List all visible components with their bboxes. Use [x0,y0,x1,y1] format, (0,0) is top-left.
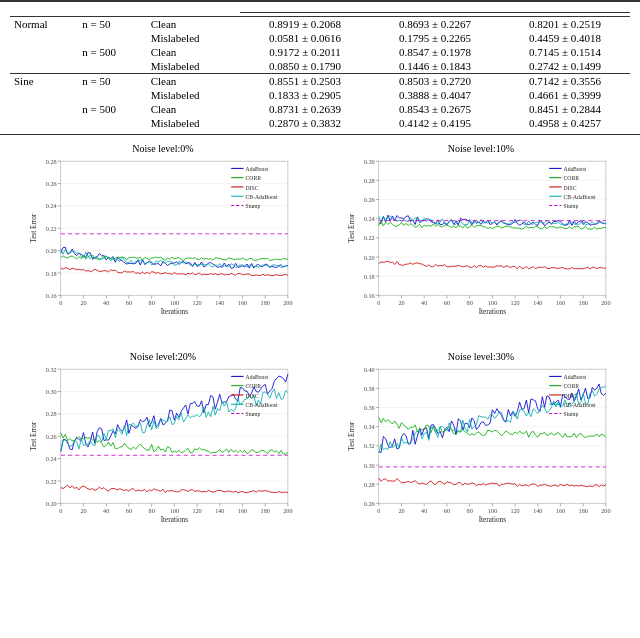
svg-text:0.16: 0.16 [364,292,375,299]
table-value: 0.8451 ± 0.2844 [500,102,630,116]
svg-text:DISC: DISC [564,185,577,191]
svg-text:120: 120 [510,299,519,306]
table-value: 0.8543 ± 0.2675 [370,102,500,116]
svg-text:200: 200 [601,299,610,306]
table-value: 0.1795 ± 0.2265 [370,31,500,45]
svg-text:0.28: 0.28 [46,158,57,165]
svg-text:Iterations: Iterations [161,308,188,316]
table-method [10,45,78,59]
svg-text:0.24: 0.24 [46,455,57,462]
svg-text:60: 60 [126,299,132,306]
svg-text:120: 120 [510,507,519,514]
table-value: 0.4459 ± 0.4018 [500,31,630,45]
svg-text:0.18: 0.18 [364,273,375,280]
svg-text:40: 40 [103,507,109,514]
svg-text:120: 120 [192,299,201,306]
table-type: Clean [147,74,240,89]
svg-text:0.32: 0.32 [46,366,57,373]
svg-text:120: 120 [192,507,201,514]
table-method: Normal [10,17,78,32]
table-value: 0.4661 ± 0.3999 [500,88,630,102]
table-value: 0.8693 ± 0.2267 [370,17,500,32]
results-table-section: Normaln = 50Clean0.8919 ± 0.20680.8693 ±… [0,0,640,135]
svg-text:AdaBoost: AdaBoost [246,166,269,172]
svg-text:0.24: 0.24 [46,202,57,209]
table-method [10,102,78,116]
svg-text:AdaBoost: AdaBoost [246,374,269,380]
chart-0: Noise level:0%0.280.260.240.220.200.180.… [8,143,318,343]
svg-text:AdaBoost: AdaBoost [564,166,587,172]
table-type: Mislabeled [147,116,240,130]
table-n [78,116,146,130]
table-n: n = 500 [78,45,146,59]
table-n: n = 50 [78,74,146,89]
table-type: Mislabeled [147,59,240,74]
svg-text:140: 140 [533,507,542,514]
svg-text:200: 200 [283,299,292,306]
svg-text:0.28: 0.28 [364,177,375,184]
table-type: Clean [147,17,240,32]
svg-text:0.20: 0.20 [46,247,57,254]
svg-text:0.28: 0.28 [364,481,375,488]
chart-title-2: Noise level:20% [8,351,318,362]
svg-text:0.28: 0.28 [46,410,57,417]
table-value: 0.7142 ± 0.3556 [500,74,630,89]
table-value: 0.2870 ± 0.3832 [240,116,370,130]
svg-text:0: 0 [59,507,62,514]
svg-text:Stump: Stump [564,411,579,417]
svg-text:0.22: 0.22 [364,234,375,241]
svg-text:0.20: 0.20 [364,254,375,261]
table-n: n = 500 [78,102,146,116]
svg-text:160: 160 [556,507,565,514]
svg-text:0.34: 0.34 [364,423,375,430]
svg-text:80: 80 [149,299,155,306]
table-n [78,88,146,102]
svg-text:20: 20 [398,299,404,306]
svg-text:0.20: 0.20 [46,500,57,507]
table-type: Mislabeled [147,31,240,45]
svg-text:40: 40 [421,299,427,306]
svg-text:CB-AdaBoost: CB-AdaBoost [246,194,278,200]
svg-text:Test Error: Test Error [30,421,38,451]
svg-text:0: 0 [377,299,380,306]
svg-text:80: 80 [467,299,473,306]
table-value: 0.7145 ± 0.1514 [500,45,630,59]
svg-text:Stump: Stump [246,203,261,209]
table-n [78,31,146,45]
svg-text:80: 80 [149,507,155,514]
svg-text:Iterations: Iterations [161,516,188,524]
svg-text:60: 60 [126,507,132,514]
svg-text:0.24: 0.24 [364,215,375,222]
svg-text:Test Error: Test Error [348,421,356,451]
svg-text:160: 160 [238,299,247,306]
svg-text:100: 100 [170,507,179,514]
chart-title-1: Noise level:10% [326,143,636,154]
svg-text:0.18: 0.18 [46,270,57,277]
svg-text:140: 140 [215,507,224,514]
svg-text:60: 60 [444,507,450,514]
svg-text:0.26: 0.26 [364,196,375,203]
svg-text:180: 180 [261,507,270,514]
svg-text:0.26: 0.26 [46,433,57,440]
svg-text:0.26: 0.26 [364,500,375,507]
svg-text:CB-AdaBoost: CB-AdaBoost [564,194,596,200]
svg-text:0.30: 0.30 [364,158,375,165]
svg-text:CORR: CORR [564,175,580,181]
table-value: 0.4958 ± 0.4257 [500,116,630,130]
table-type: Clean [147,102,240,116]
table-value: 0.4142 ± 0.4195 [370,116,500,130]
charts-grid: Noise level:0%0.280.260.240.220.200.180.… [0,139,640,555]
svg-text:0.30: 0.30 [364,462,375,469]
table-value: 0.8919 ± 0.2068 [240,17,370,32]
table-value: 0.8503 ± 0.2720 [370,74,500,89]
table-value: 0.9172 ± 0.2011 [240,45,370,59]
svg-text:200: 200 [601,507,610,514]
table-value: 0.2742 ± 0.1499 [500,59,630,74]
svg-text:0.36: 0.36 [364,404,375,411]
table-value: 0.8547 ± 0.1978 [370,45,500,59]
svg-text:Stump: Stump [246,411,261,417]
svg-text:20: 20 [80,507,86,514]
table-n: n = 50 [78,17,146,32]
svg-text:Iterations: Iterations [479,308,506,316]
svg-text:180: 180 [579,299,588,306]
